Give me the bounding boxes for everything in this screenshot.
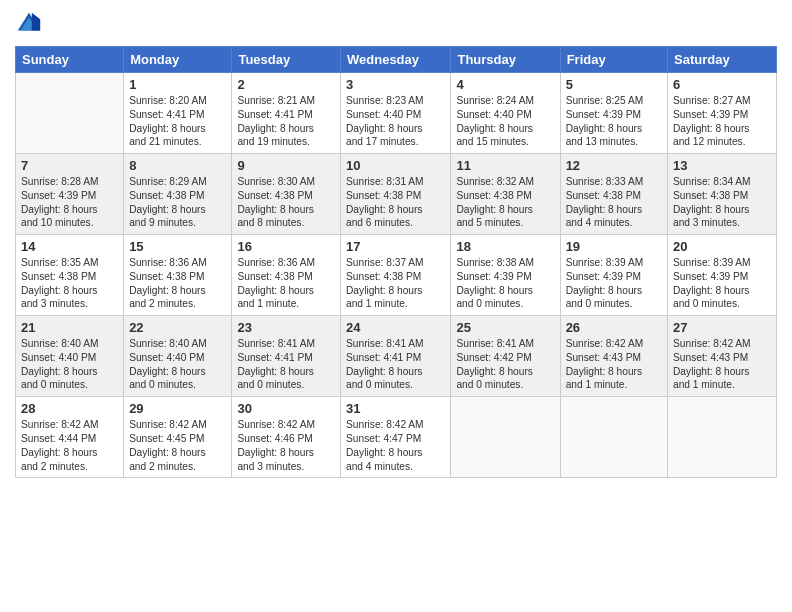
calendar-header-saturday: Saturday — [668, 47, 777, 73]
day-info: Sunrise: 8:39 AM Sunset: 4:39 PM Dayligh… — [673, 256, 771, 311]
calendar-day-cell: 3Sunrise: 8:23 AM Sunset: 4:40 PM Daylig… — [341, 73, 451, 154]
calendar-day-cell: 20Sunrise: 8:39 AM Sunset: 4:39 PM Dayli… — [668, 235, 777, 316]
calendar-day-cell: 8Sunrise: 8:29 AM Sunset: 4:38 PM Daylig… — [124, 154, 232, 235]
calendar-header-sunday: Sunday — [16, 47, 124, 73]
calendar-day-cell: 27Sunrise: 8:42 AM Sunset: 4:43 PM Dayli… — [668, 316, 777, 397]
calendar-header-tuesday: Tuesday — [232, 47, 341, 73]
calendar-header-monday: Monday — [124, 47, 232, 73]
logo-icon — [15, 10, 43, 38]
day-number: 10 — [346, 158, 445, 173]
day-info: Sunrise: 8:37 AM Sunset: 4:38 PM Dayligh… — [346, 256, 445, 311]
calendar-day-cell: 24Sunrise: 8:41 AM Sunset: 4:41 PM Dayli… — [341, 316, 451, 397]
day-info: Sunrise: 8:28 AM Sunset: 4:39 PM Dayligh… — [21, 175, 118, 230]
day-number: 2 — [237, 77, 335, 92]
calendar-day-cell: 17Sunrise: 8:37 AM Sunset: 4:38 PM Dayli… — [341, 235, 451, 316]
day-info: Sunrise: 8:42 AM Sunset: 4:45 PM Dayligh… — [129, 418, 226, 473]
day-number: 6 — [673, 77, 771, 92]
calendar-header-row: SundayMondayTuesdayWednesdayThursdayFrid… — [16, 47, 777, 73]
day-info: Sunrise: 8:35 AM Sunset: 4:38 PM Dayligh… — [21, 256, 118, 311]
calendar-week-row: 14Sunrise: 8:35 AM Sunset: 4:38 PM Dayli… — [16, 235, 777, 316]
day-number: 12 — [566, 158, 662, 173]
calendar-day-cell: 9Sunrise: 8:30 AM Sunset: 4:38 PM Daylig… — [232, 154, 341, 235]
calendar-week-row: 1Sunrise: 8:20 AM Sunset: 4:41 PM Daylig… — [16, 73, 777, 154]
day-info: Sunrise: 8:24 AM Sunset: 4:40 PM Dayligh… — [456, 94, 554, 149]
day-info: Sunrise: 8:27 AM Sunset: 4:39 PM Dayligh… — [673, 94, 771, 149]
day-number: 23 — [237, 320, 335, 335]
day-number: 3 — [346, 77, 445, 92]
calendar-header-wednesday: Wednesday — [341, 47, 451, 73]
calendar-day-cell: 7Sunrise: 8:28 AM Sunset: 4:39 PM Daylig… — [16, 154, 124, 235]
day-number: 28 — [21, 401, 118, 416]
day-info: Sunrise: 8:33 AM Sunset: 4:38 PM Dayligh… — [566, 175, 662, 230]
day-info: Sunrise: 8:42 AM Sunset: 4:44 PM Dayligh… — [21, 418, 118, 473]
day-number: 16 — [237, 239, 335, 254]
day-number: 14 — [21, 239, 118, 254]
day-number: 21 — [21, 320, 118, 335]
day-number: 13 — [673, 158, 771, 173]
day-info: Sunrise: 8:21 AM Sunset: 4:41 PM Dayligh… — [237, 94, 335, 149]
calendar-day-cell: 22Sunrise: 8:40 AM Sunset: 4:40 PM Dayli… — [124, 316, 232, 397]
calendar-table: SundayMondayTuesdayWednesdayThursdayFrid… — [15, 46, 777, 478]
calendar-day-cell: 30Sunrise: 8:42 AM Sunset: 4:46 PM Dayli… — [232, 397, 341, 478]
day-number: 30 — [237, 401, 335, 416]
calendar-day-cell — [668, 397, 777, 478]
calendar-day-cell: 16Sunrise: 8:36 AM Sunset: 4:38 PM Dayli… — [232, 235, 341, 316]
day-number: 19 — [566, 239, 662, 254]
calendar-day-cell — [16, 73, 124, 154]
calendar-day-cell: 11Sunrise: 8:32 AM Sunset: 4:38 PM Dayli… — [451, 154, 560, 235]
day-info: Sunrise: 8:36 AM Sunset: 4:38 PM Dayligh… — [129, 256, 226, 311]
day-info: Sunrise: 8:41 AM Sunset: 4:41 PM Dayligh… — [237, 337, 335, 392]
day-info: Sunrise: 8:31 AM Sunset: 4:38 PM Dayligh… — [346, 175, 445, 230]
day-number: 8 — [129, 158, 226, 173]
day-number: 29 — [129, 401, 226, 416]
calendar-day-cell: 1Sunrise: 8:20 AM Sunset: 4:41 PM Daylig… — [124, 73, 232, 154]
calendar-day-cell: 14Sunrise: 8:35 AM Sunset: 4:38 PM Dayli… — [16, 235, 124, 316]
day-info: Sunrise: 8:30 AM Sunset: 4:38 PM Dayligh… — [237, 175, 335, 230]
day-info: Sunrise: 8:34 AM Sunset: 4:38 PM Dayligh… — [673, 175, 771, 230]
day-info: Sunrise: 8:29 AM Sunset: 4:38 PM Dayligh… — [129, 175, 226, 230]
calendar-day-cell: 29Sunrise: 8:42 AM Sunset: 4:45 PM Dayli… — [124, 397, 232, 478]
day-number: 15 — [129, 239, 226, 254]
day-number: 18 — [456, 239, 554, 254]
day-info: Sunrise: 8:32 AM Sunset: 4:38 PM Dayligh… — [456, 175, 554, 230]
calendar-header-thursday: Thursday — [451, 47, 560, 73]
calendar-day-cell: 23Sunrise: 8:41 AM Sunset: 4:41 PM Dayli… — [232, 316, 341, 397]
calendar-day-cell: 13Sunrise: 8:34 AM Sunset: 4:38 PM Dayli… — [668, 154, 777, 235]
day-number: 1 — [129, 77, 226, 92]
calendar-day-cell: 28Sunrise: 8:42 AM Sunset: 4:44 PM Dayli… — [16, 397, 124, 478]
day-info: Sunrise: 8:41 AM Sunset: 4:41 PM Dayligh… — [346, 337, 445, 392]
calendar-day-cell: 15Sunrise: 8:36 AM Sunset: 4:38 PM Dayli… — [124, 235, 232, 316]
calendar-day-cell: 4Sunrise: 8:24 AM Sunset: 4:40 PM Daylig… — [451, 73, 560, 154]
calendar-day-cell: 10Sunrise: 8:31 AM Sunset: 4:38 PM Dayli… — [341, 154, 451, 235]
day-number: 20 — [673, 239, 771, 254]
day-number: 25 — [456, 320, 554, 335]
day-info: Sunrise: 8:42 AM Sunset: 4:43 PM Dayligh… — [673, 337, 771, 392]
calendar-week-row: 7Sunrise: 8:28 AM Sunset: 4:39 PM Daylig… — [16, 154, 777, 235]
day-number: 7 — [21, 158, 118, 173]
day-info: Sunrise: 8:39 AM Sunset: 4:39 PM Dayligh… — [566, 256, 662, 311]
day-number: 24 — [346, 320, 445, 335]
day-info: Sunrise: 8:42 AM Sunset: 4:43 PM Dayligh… — [566, 337, 662, 392]
calendar-day-cell: 18Sunrise: 8:38 AM Sunset: 4:39 PM Dayli… — [451, 235, 560, 316]
day-number: 11 — [456, 158, 554, 173]
day-number: 27 — [673, 320, 771, 335]
day-info: Sunrise: 8:40 AM Sunset: 4:40 PM Dayligh… — [21, 337, 118, 392]
logo — [15, 10, 47, 38]
calendar-week-row: 21Sunrise: 8:40 AM Sunset: 4:40 PM Dayli… — [16, 316, 777, 397]
day-number: 26 — [566, 320, 662, 335]
day-info: Sunrise: 8:42 AM Sunset: 4:46 PM Dayligh… — [237, 418, 335, 473]
calendar-day-cell: 19Sunrise: 8:39 AM Sunset: 4:39 PM Dayli… — [560, 235, 667, 316]
calendar-day-cell: 21Sunrise: 8:40 AM Sunset: 4:40 PM Dayli… — [16, 316, 124, 397]
header — [15, 10, 777, 38]
page: SundayMondayTuesdayWednesdayThursdayFrid… — [0, 0, 792, 612]
calendar-day-cell: 6Sunrise: 8:27 AM Sunset: 4:39 PM Daylig… — [668, 73, 777, 154]
day-info: Sunrise: 8:36 AM Sunset: 4:38 PM Dayligh… — [237, 256, 335, 311]
day-number: 4 — [456, 77, 554, 92]
day-info: Sunrise: 8:40 AM Sunset: 4:40 PM Dayligh… — [129, 337, 226, 392]
calendar-day-cell: 2Sunrise: 8:21 AM Sunset: 4:41 PM Daylig… — [232, 73, 341, 154]
day-info: Sunrise: 8:41 AM Sunset: 4:42 PM Dayligh… — [456, 337, 554, 392]
calendar-day-cell: 12Sunrise: 8:33 AM Sunset: 4:38 PM Dayli… — [560, 154, 667, 235]
day-info: Sunrise: 8:25 AM Sunset: 4:39 PM Dayligh… — [566, 94, 662, 149]
svg-marker-2 — [32, 13, 40, 31]
day-number: 22 — [129, 320, 226, 335]
